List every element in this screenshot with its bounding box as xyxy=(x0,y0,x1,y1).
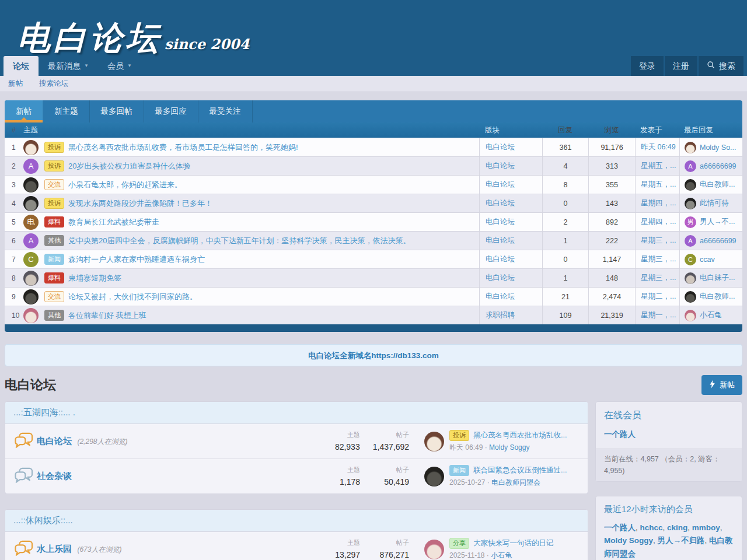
forum-last-post-tag[interactable]: 新闻 xyxy=(449,465,469,476)
last-reply-avatar[interactable]: A xyxy=(685,160,696,172)
last-reply-avatar[interactable]: A xyxy=(685,235,696,247)
last-reply-avatar[interactable]: 男 xyxy=(685,216,696,228)
member-link[interactable]: hchcc xyxy=(640,523,663,532)
member-link[interactable]: mmboy xyxy=(692,523,720,532)
forum-last-post-title[interactable]: 联合国紧急会议压倒性通过... xyxy=(473,466,567,475)
thread-tag[interactable]: 爆料 xyxy=(44,272,64,284)
thread-forum-link[interactable]: 电白论坛 xyxy=(486,161,515,171)
thread-author-avatar[interactable] xyxy=(23,308,39,323)
last-reply-user-link[interactable]: 此情可待 xyxy=(700,198,729,208)
last-reply-user-link[interactable]: 电白教师... xyxy=(700,180,735,190)
thread-posted-link[interactable]: 星期五，... xyxy=(641,180,676,190)
thread-tag[interactable]: 新闻 xyxy=(44,254,64,265)
last-reply-avatar[interactable]: C xyxy=(685,254,696,265)
thread-title-link[interactable]: 20岁出头被公权力迫害是种什么体验 xyxy=(68,161,190,172)
thread-posted-link[interactable]: 星期三，... xyxy=(641,273,676,283)
forum-name-link[interactable]: 社会杂谈 xyxy=(37,471,72,481)
auth-button[interactable]: 登录 xyxy=(631,56,664,76)
auth-button[interactable]: 注册 xyxy=(665,56,697,76)
thread-title-link[interactable]: 发现水东两处路段沙井盖像陷阱！已多年！ xyxy=(68,198,212,209)
forum-name-link[interactable]: 电白论坛 xyxy=(37,436,72,446)
last-reply-avatar[interactable] xyxy=(685,179,696,191)
thread-posted-link[interactable]: 星期一，... xyxy=(641,310,676,320)
forum-last-post-title[interactable]: 大家快来写一句话的日记 xyxy=(473,538,554,548)
thread-author-avatar[interactable] xyxy=(23,177,39,192)
member-link[interactable]: cking xyxy=(667,523,687,532)
thread-title-link[interactable]: 小泉石龟太郎，你妈的赶紧进来。 xyxy=(68,180,182,190)
subnav-link[interactable]: 搜索论坛 xyxy=(39,79,68,89)
thread-title-link[interactable]: 各位前辈们好 我想上班 xyxy=(68,310,146,321)
thread-forum-link[interactable]: 电白论坛 xyxy=(486,254,515,264)
thread-forum-link[interactable]: 电白论坛 xyxy=(486,217,515,227)
last-reply-user-link[interactable]: Moldy So... xyxy=(700,144,736,152)
thread-posted-link[interactable]: 星期五，... xyxy=(641,161,676,171)
thread-forum-link[interactable]: 电白论坛 xyxy=(486,180,515,190)
thread-tag[interactable]: 投诉 xyxy=(44,160,64,172)
thread-tag[interactable]: 爆料 xyxy=(44,216,64,228)
site-logo[interactable]: 电白论坛 xyxy=(18,21,162,54)
thread-title-link[interactable]: 黑心茂名粤西农批市场乱收费，看市场员工是怎样回答的，笑死她妈! xyxy=(68,142,298,153)
main-nav-item[interactable]: 会员▼ xyxy=(98,56,141,76)
thread-posted-link[interactable]: 星期三，... xyxy=(641,236,676,246)
threads-tab[interactable]: 最多回应 xyxy=(144,100,198,123)
threads-tab[interactable]: 最受关注 xyxy=(198,100,253,123)
threads-tab[interactable]: 新主题 xyxy=(43,100,90,123)
threads-tab[interactable]: 最多回帖 xyxy=(90,100,144,123)
thread-posted-link[interactable]: 星期四，... xyxy=(641,217,676,227)
last-reply-user-link[interactable]: 电白妹子... xyxy=(700,273,735,283)
new-post-button[interactable]: 新帖 xyxy=(701,375,742,395)
member-link[interactable]: 男人→不归路 xyxy=(658,536,705,545)
main-nav-item[interactable]: 论坛 xyxy=(4,56,39,76)
thread-tag[interactable]: 其他 xyxy=(44,235,64,246)
last-reply-user-link[interactable]: 男人→不... xyxy=(700,217,735,227)
forum-last-post-user[interactable]: Moldy Soggy xyxy=(489,443,529,452)
forum-last-post-avatar[interactable] xyxy=(424,540,444,559)
thread-author-avatar[interactable]: 电 xyxy=(23,215,39,230)
thread-title-link[interactable]: 教育局长江允武被纪委带走 xyxy=(68,217,159,228)
forum-last-post-user[interactable]: 电白教师同盟会 xyxy=(491,478,540,487)
last-reply-user-link[interactable]: ccav xyxy=(700,256,715,264)
threads-tab[interactable]: 新帖 xyxy=(5,100,43,123)
main-nav-item[interactable]: 最新消息▼ xyxy=(39,56,98,76)
domain-banner-link[interactable]: 电白论坛全新域名https://db133.com xyxy=(308,351,439,360)
thread-tag[interactable]: 投诉 xyxy=(44,142,64,153)
subnav-link[interactable]: 新帖 xyxy=(8,79,23,89)
thread-title-link[interactable]: 论坛又被封，大伙们找不到回家的路。 xyxy=(68,292,197,302)
last-reply-user-link[interactable]: 电白教师... xyxy=(700,292,735,302)
last-reply-avatar[interactable] xyxy=(685,198,696,209)
forum-last-post-user[interactable]: 小石龟 xyxy=(491,551,512,559)
last-reply-user-link[interactable]: a66666699 xyxy=(700,162,736,170)
thread-tag[interactable]: 投诉 xyxy=(44,198,64,209)
thread-forum-link[interactable]: 电白论坛 xyxy=(486,198,515,208)
thread-title-link[interactable]: 柬埔寨短期免签 xyxy=(68,273,121,284)
last-reply-avatar[interactable] xyxy=(685,291,696,303)
forum-name-link[interactable]: 水上乐园 xyxy=(37,544,72,554)
thread-forum-link[interactable]: 电白论坛 xyxy=(486,142,515,152)
thread-author-avatar[interactable] xyxy=(23,196,39,211)
thread-posted-link[interactable]: 星期四，... xyxy=(641,198,676,208)
thread-author-avatar[interactable]: A xyxy=(23,233,39,249)
thread-posted-link[interactable]: 星期二，... xyxy=(641,292,676,302)
search-button[interactable]: 搜索 xyxy=(699,56,743,76)
forum-last-post-title[interactable]: 黑心茂名粤西农批市场乱收... xyxy=(473,430,567,440)
thread-forum-link[interactable]: 电白论坛 xyxy=(486,292,515,302)
forum-last-post-tag[interactable]: 投诉 xyxy=(449,430,469,441)
forum-last-post-tag[interactable]: 分享 xyxy=(449,538,469,549)
thread-posted-link[interactable]: 星期三，... xyxy=(641,254,676,264)
member-link[interactable]: 一个路人 xyxy=(604,523,636,532)
thread-forum-link[interactable]: 电白论坛 xyxy=(486,273,515,283)
last-reply-avatar[interactable] xyxy=(685,142,696,153)
thread-tag[interactable]: 其他 xyxy=(44,310,64,321)
last-reply-avatar[interactable] xyxy=(685,272,696,284)
thread-forum-link[interactable]: 电白论坛 xyxy=(486,236,515,246)
thread-title-link[interactable]: 森沟村一户人家在家中熟睡遭遇车祸身亡 xyxy=(68,254,205,265)
last-reply-avatar[interactable] xyxy=(685,310,696,321)
thread-author-avatar[interactable] xyxy=(23,271,39,286)
thread-author-avatar[interactable]: A xyxy=(23,159,39,174)
thread-tag[interactable]: 交流 xyxy=(44,291,64,302)
member-link[interactable]: Moldy Soggy xyxy=(604,536,653,545)
thread-posted-link[interactable]: 昨天 06:49 xyxy=(641,142,676,152)
thread-forum-link[interactable]: 求职招聘 xyxy=(486,310,515,320)
thread-author-avatar[interactable] xyxy=(23,140,39,155)
last-reply-user-link[interactable]: a66666699 xyxy=(700,237,736,245)
